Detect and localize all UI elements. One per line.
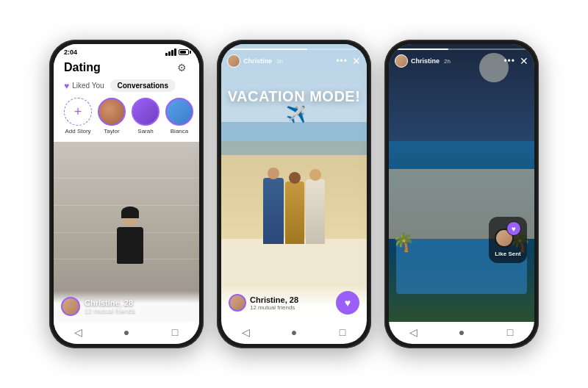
story-label-taylor: Taylor [104, 128, 119, 134]
story-item-bianca[interactable]: Bianca [165, 98, 193, 134]
story-info-bottom: Christine, 28 12 mutual friends ♥ [221, 285, 367, 322]
story-progress-fill [227, 48, 307, 50]
story-item-add[interactable]: + Add Story [64, 98, 92, 134]
story-label-bianca: Bianca [171, 128, 188, 134]
story-item-sarah[interactable]: Sarah [132, 98, 159, 134]
like-sent-avatars: ♥ [495, 221, 521, 248]
story-item-taylor[interactable]: Taylor [98, 98, 126, 134]
story-person-name: Christine, 28 [250, 295, 298, 304]
profile-mutual-friends: 12 mutual friends [85, 307, 192, 315]
recent-button-2[interactable]: □ [332, 326, 353, 338]
story-text-overlay: VACATION MODE!✈️ [221, 88, 367, 124]
story-close-button-3[interactable]: ✕ [520, 56, 528, 66]
dating-tabs: ♥ Liked You Conversations [54, 79, 199, 98]
story-username-3: Christine [411, 57, 440, 65]
story-progress-track [227, 48, 361, 50]
story-user-avatar-3 [395, 54, 408, 68]
plane-emoji: ✈️ [286, 105, 306, 123]
nav-bar-2: ◁ ● □ [221, 322, 367, 344]
home-button[interactable]: ● [116, 326, 137, 338]
profile-card[interactable]: Christine, 28 12 mutual friends [54, 142, 199, 322]
back-button[interactable]: ◁ [68, 326, 88, 338]
story-close-button[interactable]: ✕ [352, 56, 361, 66]
tab-conversations[interactable]: Conversations [110, 79, 176, 92]
story-progress-track-3 [395, 48, 528, 50]
story-more-button-3[interactable]: ••• [503, 56, 515, 66]
profile-person-silhouette [112, 209, 148, 268]
add-story-button[interactable]: + [64, 98, 92, 126]
profile-name: Christine, 28 [85, 298, 192, 307]
like-sent-heart-icon: ♥ [506, 221, 521, 236]
tab-liked-you[interactable]: ♥ Liked You [64, 81, 104, 91]
phone-story-pool: 🌴 🌴 Christine 2h • [384, 40, 539, 348]
status-icons [165, 48, 189, 56]
phones-container: 2:04 Dating ⚙ [0, 0, 588, 388]
story-pool-fullscreen[interactable]: 🌴 🌴 Christine 2h • [389, 44, 534, 322]
story-person-mutual: 12 mutual friends [250, 304, 298, 311]
add-story-label: Add Story [65, 128, 90, 134]
story-username: Christine [243, 57, 272, 65]
recent-button-3[interactable]: □ [500, 326, 520, 338]
stories-row: + Add Story Taylor Sarah Bianca › S [54, 98, 199, 142]
back-button-3[interactable]: ◁ [403, 326, 423, 338]
story-avatar-taylor[interactable] [98, 98, 126, 126]
back-button-2[interactable]: ◁ [235, 326, 256, 338]
like-sent-label: Like Sent [495, 251, 521, 257]
story-more-button[interactable]: ••• [336, 56, 348, 66]
story-profile-avatar [229, 294, 246, 312]
beach-scene [221, 44, 367, 322]
recent-button[interactable]: □ [165, 326, 185, 338]
like-sent-bubble: ♥ Like Sent [489, 217, 527, 263]
palm-tree-left: 🌴 [392, 232, 415, 253]
story-top-bar-3: Christine 2h ••• ✕ [389, 44, 534, 68]
story-time: 3h [276, 58, 283, 65]
profile-mini-avatar [61, 297, 80, 316]
time-display: 2:04 [64, 48, 77, 56]
story-beach-fullscreen[interactable]: Christine 3h ••• ✕ VACATION MODE!✈️ [221, 44, 367, 322]
home-button-3[interactable]: ● [451, 326, 472, 338]
profile-info-overlay: Christine, 28 12 mutual friends [54, 291, 199, 322]
battery-icon [179, 49, 189, 55]
status-bar-1: 2:04 [54, 44, 199, 57]
story-top-bar-2: Christine 3h ••• ✕ [221, 44, 367, 68]
story-user-avatar [227, 54, 240, 68]
vacation-mode-text: VACATION MODE! [228, 88, 361, 104]
home-button-2[interactable]: ● [284, 326, 304, 338]
nav-bar-1: ◁ ● □ [54, 322, 199, 344]
nav-bar-3: ◁ ● □ [389, 322, 534, 344]
phone-dating: 2:04 Dating ⚙ [49, 40, 204, 348]
dating-header: Dating ⚙ [54, 57, 199, 79]
phone-story-beach: Christine 3h ••• ✕ VACATION MODE!✈️ [217, 40, 371, 348]
story-time-3: 2h [444, 58, 451, 65]
dating-title: Dating [64, 61, 101, 74]
story-avatar-sarah[interactable] [132, 98, 159, 126]
story-avatar-bianca[interactable] [165, 98, 193, 126]
gear-icon[interactable]: ⚙ [174, 60, 189, 75]
story-progress-fill-3 [395, 48, 448, 50]
beach-people [263, 178, 325, 244]
heart-like-button[interactable]: ♥ [336, 291, 359, 315]
story-label-sarah: Sarah [137, 128, 153, 134]
